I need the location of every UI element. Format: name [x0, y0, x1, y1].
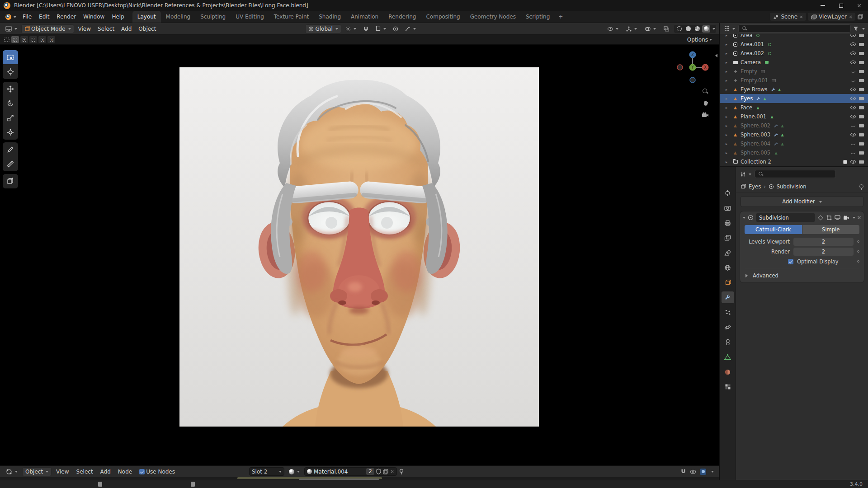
disclosure-triangle-icon[interactable] — [726, 61, 730, 65]
menu-file[interactable]: File — [19, 11, 35, 23]
breadcrumb-item[interactable]: Subdivision — [777, 183, 807, 190]
disclosure-triangle-icon[interactable] — [726, 160, 730, 164]
disclosure-triangle-icon[interactable] — [726, 70, 730, 74]
disclosure-triangle-icon[interactable] — [726, 106, 730, 110]
remove-view-lay­er-icon[interactable] — [849, 15, 852, 18]
select-mode-invert-button[interactable]: x — [38, 36, 46, 43]
pivot-point-dropdown[interactable] — [343, 25, 359, 33]
menu-render[interactable]: Render — [53, 11, 80, 23]
object-name[interactable]: Area — [741, 34, 752, 38]
menu-select[interactable]: Select — [74, 468, 96, 476]
transform-orientation-dropdown[interactable]: Global — [305, 24, 341, 33]
disable-render-toggle[interactable] — [859, 88, 864, 91]
tab-animation[interactable]: Animation — [346, 11, 383, 23]
object-name[interactable]: Face — [741, 104, 752, 111]
outliner-row-face[interactable]: Face — [720, 103, 868, 112]
catmull-clark-button[interactable]: Catmull-Clark — [745, 225, 802, 234]
tab-sculpting[interactable]: Sculpting — [195, 11, 231, 23]
view-navigation-gizmo[interactable]: Z X Y — [676, 50, 711, 84]
disable-render-toggle[interactable] — [859, 160, 864, 164]
maximize-button[interactable] — [832, 0, 850, 11]
snap-toggle[interactable] — [360, 25, 372, 33]
hide-viewport-toggle[interactable] — [850, 115, 856, 118]
hide-viewport-toggle[interactable] — [850, 70, 856, 73]
unlink-material-icon[interactable] — [391, 470, 394, 474]
pin-icon[interactable] — [859, 184, 863, 188]
disable-render-toggle[interactable] — [859, 142, 864, 145]
outliner-row-area-002[interactable]: Area.002 — [720, 49, 868, 58]
object-name[interactable]: Sphere.002 — [741, 122, 770, 129]
disable-render-toggle[interactable] — [859, 79, 864, 82]
outliner-row-sphere-005[interactable]: Sphere.005 — [720, 148, 868, 157]
tool-select-box[interactable] — [3, 50, 18, 65]
disable-render-toggle[interactable] — [859, 133, 864, 136]
disclosure-triangle-icon[interactable] — [726, 151, 730, 155]
extras-dropdown-icon[interactable] — [853, 217, 855, 220]
object-name[interactable]: Empty.001 — [741, 77, 768, 84]
sidebar-collapse-arrow[interactable] — [713, 53, 718, 59]
editor-type-button[interactable] — [3, 25, 20, 33]
tab-particles[interactable] — [722, 306, 734, 318]
delete-modifier-icon[interactable] — [857, 216, 861, 220]
disable-render-toggle[interactable] — [859, 34, 864, 37]
object-name[interactable]: Eye Brows — [741, 86, 768, 93]
animate-property-dot[interactable] — [857, 240, 859, 243]
camera-view-icon[interactable] — [702, 112, 709, 117]
tab-shading[interactable]: Shading — [314, 11, 346, 23]
show-gizmo-dropdown[interactable] — [623, 25, 640, 33]
tab-scene[interactable] — [722, 247, 734, 258]
menu-help[interactable]: Help — [108, 11, 127, 23]
tab-render[interactable] — [722, 202, 734, 214]
snap-node-icon[interactable] — [680, 469, 686, 474]
tool-rotate[interactable] — [3, 96, 18, 111]
show-overlays-dropdown[interactable] — [642, 25, 659, 33]
menu-view[interactable]: View — [75, 25, 94, 33]
disable-render-toggle[interactable] — [859, 70, 864, 73]
scene-selector[interactable]: Scene — [770, 13, 806, 21]
outliner-row-sphere-003[interactable]: Sphere.003 — [720, 130, 868, 139]
fake-user-shield-icon[interactable] — [376, 469, 381, 474]
tool-cursor[interactable] — [3, 65, 18, 79]
proportional-editing-toggle[interactable] — [390, 25, 401, 33]
outliner-row-camera[interactable]: Camera — [720, 58, 868, 67]
realtime-display-toggle[interactable] — [834, 214, 841, 221]
render-display-toggle[interactable] — [843, 214, 849, 221]
outliner-row-area-001[interactable]: Area.001 — [720, 40, 868, 49]
object-name[interactable]: Eyes — [741, 95, 753, 102]
hide-viewport-toggle[interactable] — [850, 79, 856, 82]
object-name[interactable]: Area.001 — [741, 41, 764, 47]
outliner-row-area[interactable]: Area — [720, 34, 868, 40]
tab-geometry-nodes[interactable]: Geometry Nodes — [465, 11, 521, 23]
tab-compositing[interactable]: Compositing — [421, 11, 465, 23]
backdrop-toggle[interactable] — [700, 469, 706, 475]
on-cage-toggle[interactable] — [817, 214, 824, 221]
disclosure-triangle-icon[interactable] — [726, 115, 730, 119]
tab-tool[interactable] — [722, 187, 734, 199]
disable-render-toggle[interactable] — [859, 151, 864, 155]
new-view-layer-icon[interactable] — [857, 14, 863, 19]
hide-viewport-toggle[interactable] — [850, 106, 856, 109]
hide-viewport-toggle[interactable] — [850, 97, 856, 100]
object-name[interactable]: Area.002 — [741, 50, 764, 56]
disclosure-triangle-icon[interactable] — [726, 88, 730, 92]
add-workspace-button[interactable]: + — [555, 11, 566, 23]
hide-viewport-toggle[interactable] — [850, 52, 856, 55]
hide-viewport-toggle[interactable] — [850, 61, 856, 64]
tab-texture[interactable] — [722, 381, 734, 393]
disclosure-triangle-icon[interactable] — [726, 79, 730, 83]
disclosure-triangle-icon[interactable] — [726, 133, 730, 137]
object-name[interactable]: Empty — [741, 68, 757, 75]
material-slot-dropdown[interactable]: Slot 2 — [249, 467, 284, 476]
shading-wireframe-button[interactable] — [675, 25, 683, 33]
disclosure-triangle-icon[interactable] — [726, 42, 730, 47]
tool-move[interactable] — [3, 82, 18, 96]
outliner-row-plane-001[interactable]: Plane.001 — [720, 112, 868, 121]
shader-type-dropdown[interactable]: Object — [22, 467, 52, 476]
collapse-panel-icon[interactable] — [743, 217, 745, 220]
tab-modifiers[interactable] — [722, 291, 734, 303]
tab-output[interactable] — [722, 217, 734, 229]
disable-render-toggle[interactable] — [859, 52, 864, 55]
menu-add[interactable]: Add — [98, 468, 113, 476]
tab-modeling[interactable]: Modeling — [161, 11, 196, 23]
menu-select[interactable]: Select — [95, 25, 117, 33]
